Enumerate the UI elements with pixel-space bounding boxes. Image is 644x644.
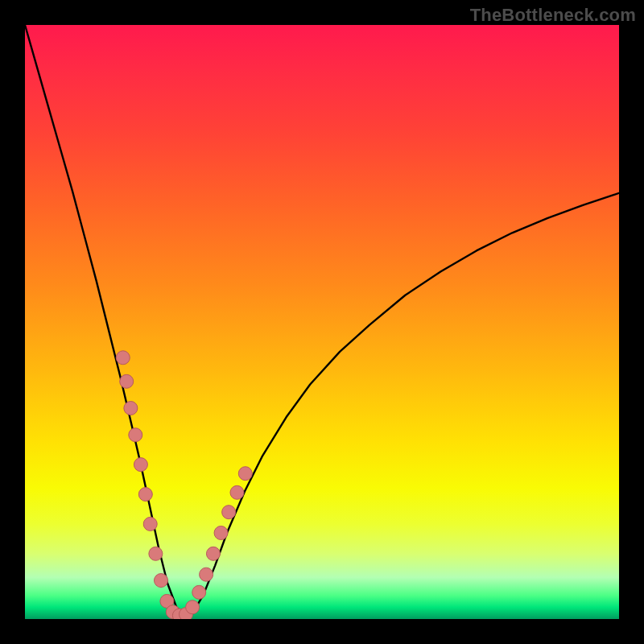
data-dot [200, 568, 213, 581]
data-dot [143, 517, 157, 530]
data-dot [124, 402, 138, 415]
data-dot [129, 428, 142, 442]
data-dot [238, 467, 252, 481]
data-dot [222, 506, 236, 519]
plot-area [25, 25, 619, 619]
watermark: TheBottleneck.com [470, 5, 636, 26]
data-dot [206, 547, 220, 560]
bottleneck-curve [25, 25, 619, 616]
chart-frame: { "watermark": "TheBottleneck.com", "col… [0, 0, 644, 644]
data-dot [138, 488, 152, 502]
data-dot [149, 547, 163, 560]
data-dot [214, 526, 228, 539]
data-dot [192, 585, 206, 599]
data-dot [230, 485, 244, 499]
data-dot [134, 458, 147, 472]
data-dot [120, 374, 134, 388]
chart-svg [25, 25, 619, 619]
data-dots [116, 351, 252, 619]
data-dot [155, 574, 168, 588]
data-dot [186, 601, 200, 614]
data-dot [116, 351, 130, 365]
